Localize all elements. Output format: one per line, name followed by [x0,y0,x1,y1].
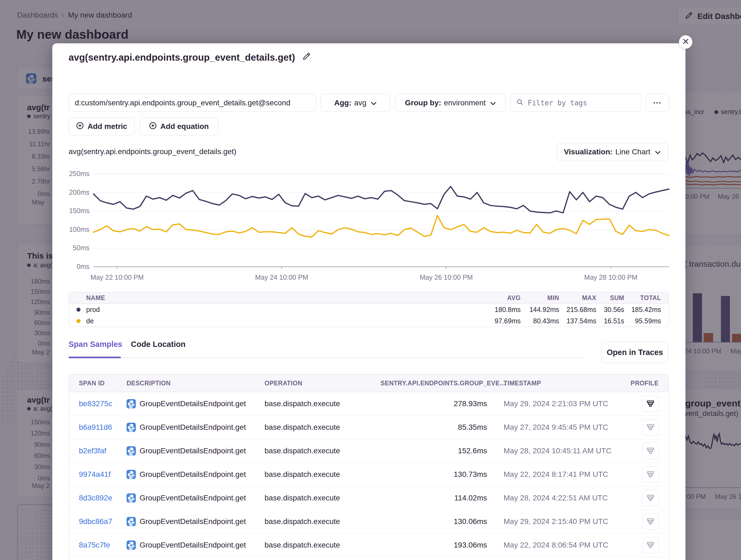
summary-col-min: MIN [521,294,559,302]
samples-col-operation: OPERATION [265,380,381,387]
metric-select-field[interactable]: d:custom/sentry.api.endpoints.group_even… [69,94,316,112]
summary-row-prod[interactable]: prod180.8ms144.92ms215.68ms30.56s185.42m… [69,304,669,315]
series-color-dot [76,308,80,312]
span-metric-value: 152.6ms [381,447,487,455]
python-icon [127,493,136,502]
span-id-link[interactable]: 9974a41f [79,470,127,479]
profile-button[interactable] [642,537,659,553]
agg-label: Agg: [334,98,351,107]
chart-query-label: avg(sentry.api.endpoints.group_event_det… [69,147,237,156]
y-axis-label: 200ms [54,188,89,196]
tab-code-location[interactable]: Code Location [131,340,185,349]
sample-row-9dbc86a7: 9dbc86a7GroupEventDetailsEndpoint.getbas… [69,510,669,534]
search-icon [516,98,523,107]
samples-col-metric: SENTRY.API.ENDPOINTS.GROUP_EVE… [381,380,487,387]
profile-button[interactable] [642,419,659,435]
span-description: GroupEventDetailsEndpoint.get [127,517,265,526]
series-max: 137.54ms [559,317,596,325]
sample-row-be83275c: be83275cGroupEventDetailsEndpoint.getbas… [69,392,669,416]
x-axis-label: May 26 10:00 PM [405,273,487,282]
span-metric-value: 85.35ms [381,423,487,432]
sample-row-8a75c7fe: 8a75c7feGroupEventDetailsEndpoint.getbas… [69,534,669,557]
span-timestamp: May 29, 2024 2:21:03 PM UTC [487,399,616,408]
python-icon [127,446,136,456]
tab-span-samples[interactable]: Span Samples [69,340,122,349]
modal-title-text: avg(sentry.api.endpoints.group_event_det… [69,52,295,63]
profile-button[interactable] [642,443,659,459]
sample-row-b6a911d6: b6a911d6GroupEventDetailsEndpoint.getbas… [69,416,669,439]
summary-col-total: TOTAL [624,294,661,302]
chevron-down-icon [371,98,377,107]
visualization-value: Line Chart [615,148,650,156]
open-in-traces-button[interactable]: Open in Traces [601,342,668,363]
summary-col-name: NAME [86,294,475,302]
agg-value: avg [354,98,366,107]
span-metric-value: 278.93ms [381,399,487,408]
profile-button[interactable] [642,490,659,506]
profile-flamegraph-icon [647,517,655,526]
groupby-dropdown[interactable]: Group by: environment [395,94,506,112]
span-id-link[interactable]: 8a75c7fe [79,541,127,549]
visualization-label: Visualization: [564,148,613,156]
groupby-value: environment [444,98,486,107]
span-operation: base.dispatch.execute [265,494,381,502]
series-line-de [93,216,669,237]
python-icon [127,423,136,432]
series-avg: 180.8ms [475,306,521,314]
add-equation-button[interactable]: Add equation [140,117,218,135]
x-axis-label: May 24 10:00 PM [241,273,322,282]
sample-row-9974a41f: 9974a41fGroupEventDetailsEndpoint.getbas… [69,463,669,486]
modal-title: avg(sentry.api.endpoints.group_event_det… [69,52,311,63]
y-axis-label: 100ms [54,226,89,233]
span-description: GroupEventDetailsEndpoint.get [127,493,265,502]
span-timestamp: May 22, 2024 8:06:54 PM UTC [487,541,616,549]
y-axis-label: 150ms [54,207,89,215]
span-id-link[interactable]: 9dbc86a7 [79,517,127,526]
profile-button[interactable] [642,466,659,483]
profile-flamegraph-icon [647,423,655,431]
tag-filter-input[interactable] [527,98,635,107]
visualization-dropdown[interactable]: Visualization: Line Chart [557,143,668,161]
span-operation: base.dispatch.execute [265,517,381,526]
profile-button[interactable] [642,396,659,412]
profile-flamegraph-icon [647,541,655,549]
tabs-divider [69,357,584,358]
series-sum: 30.56s [596,306,624,314]
x-axis-label: May 22 10:00 PM [76,273,158,282]
tag-filter-field[interactable] [511,94,641,112]
samples-col-spanid: SPAN ID [79,380,127,387]
series-color-dot [76,319,80,323]
plus-circle-icon [76,122,84,131]
span-id-link[interactable]: be83275c [79,399,127,408]
metric-details-modal: avg(sentry.api.endpoints.group_event_det… [52,43,685,560]
span-timestamp: May 29, 2024 2:15:40 PM UTC [487,517,616,526]
span-description: GroupEventDetailsEndpoint.get [127,399,265,408]
close-modal-button[interactable] [679,35,692,49]
line-chart-plot[interactable] [93,174,669,270]
span-id-link[interactable]: 8d3c892e [79,494,127,502]
span-metric-value: 193.06ms [381,541,487,549]
samples-col-timestamp: TIMESTAMP [487,380,616,387]
y-axis-label: 250ms [54,170,89,178]
span-operation: base.dispatch.execute [265,541,381,549]
add-metric-button[interactable]: Add metric [69,117,135,135]
query-overflow-button[interactable]: ... [646,94,669,112]
samples-col-profile: PROFILE [616,380,659,387]
summary-row-de[interactable]: de97.69ms80.43ms137.54ms16.51s95.59ms [69,315,669,327]
python-icon [127,541,136,550]
edit-title-pencil-icon[interactable] [302,52,311,63]
series-line-prod [93,186,669,213]
profile-button[interactable] [642,513,659,530]
span-metric-value: 130.06ms [381,517,487,526]
app: Dashboards › My new dashboard My new das… [0,0,741,560]
y-axis-label: 0ms [54,263,89,270]
span-id-link[interactable]: b2ef3faf [79,447,127,455]
add-metric-label: Add metric [87,122,127,131]
span-metric-value: 114.02ms [381,494,487,502]
span-id-link[interactable]: b6a911d6 [79,423,127,432]
aggregation-dropdown[interactable]: Agg: avg [321,94,390,112]
python-icon [127,517,136,526]
ellipsis-icon: ... [653,99,662,102]
span-timestamp: May 27, 2024 9:45:45 PM UTC [487,423,616,432]
series-name: prod [86,306,475,314]
